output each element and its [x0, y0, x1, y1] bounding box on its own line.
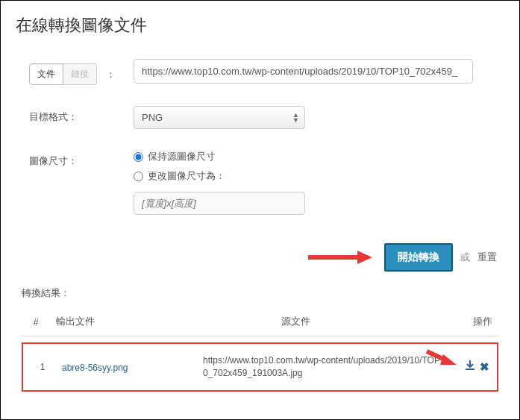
download-icon[interactable] [465, 360, 475, 373]
size-row: 圖像尺寸： 保持源圖像尺寸 更改圖像尺寸為： [29, 150, 497, 215]
source-toggle: 文件 鏈接 [29, 63, 97, 85]
label-separator: ： [106, 68, 116, 81]
row-index: 1 [28, 362, 57, 372]
page-title: 在線轉換圖像文件 [1, 1, 519, 44]
radio-keep-label: 保持源圖像尺寸 [148, 150, 216, 163]
reset-link[interactable]: 重置 [477, 251, 497, 264]
remove-icon[interactable]: ✖ [480, 360, 489, 374]
col-header-source: 源文件 [275, 307, 457, 336]
target-format-select[interactable]: PNG [134, 106, 305, 129]
radio-change-size[interactable]: 更改圖像尺寸為： [134, 169, 497, 183]
target-format-label: 目標格式： [29, 110, 78, 124]
tab-link[interactable]: 鏈接 [63, 63, 97, 85]
result-row-highlight: 1 abre8-56syy.png https://www.top10.com.… [22, 342, 498, 392]
source-row: 文件 鏈接 ： [29, 59, 497, 85]
source-file-text: https://www.top10.com.tw/wp-content/uplo… [203, 354, 455, 380]
start-convert-button[interactable]: 開始轉換 [384, 243, 453, 272]
svg-marker-1 [357, 251, 372, 264]
col-header-output: 輸出文件 [50, 307, 275, 336]
dimensions-input[interactable] [134, 192, 305, 215]
url-input[interactable] [134, 59, 473, 84]
annotation-arrow-icon [424, 347, 457, 368]
col-header-idx: # [22, 307, 50, 336]
radio-change-input[interactable] [134, 172, 143, 181]
results-title: 轉換結果： [22, 286, 498, 300]
image-size-label: 圖像尺寸： [29, 154, 78, 168]
results-section: 轉換結果： # 輸出文件 源文件 操作 1 abre8-56syy.png ht… [1, 286, 519, 392]
results-table: # 輸出文件 源文件 操作 [22, 307, 498, 336]
action-row: 開始轉換 或 重置 [1, 243, 519, 286]
radio-keep-size[interactable]: 保持源圖像尺寸 [134, 150, 497, 163]
radio-keep-input[interactable] [134, 152, 143, 162]
annotation-arrow-icon [307, 249, 374, 266]
svg-marker-3 [440, 354, 457, 365]
output-file-link[interactable]: abre8-56syy.png [62, 363, 128, 373]
format-row: 目標格式： PNG ▲▼ [29, 106, 497, 129]
or-text: 或 [460, 251, 470, 264]
tab-file[interactable]: 文件 [29, 63, 63, 85]
conversion-form: 文件 鏈接 ： 目標格式： PNG ▲▼ 圖像尺寸： 保持源圖像尺寸 [1, 44, 519, 243]
col-header-ops: 操作 [457, 307, 498, 336]
radio-change-label: 更改圖像尺寸為： [148, 169, 225, 183]
